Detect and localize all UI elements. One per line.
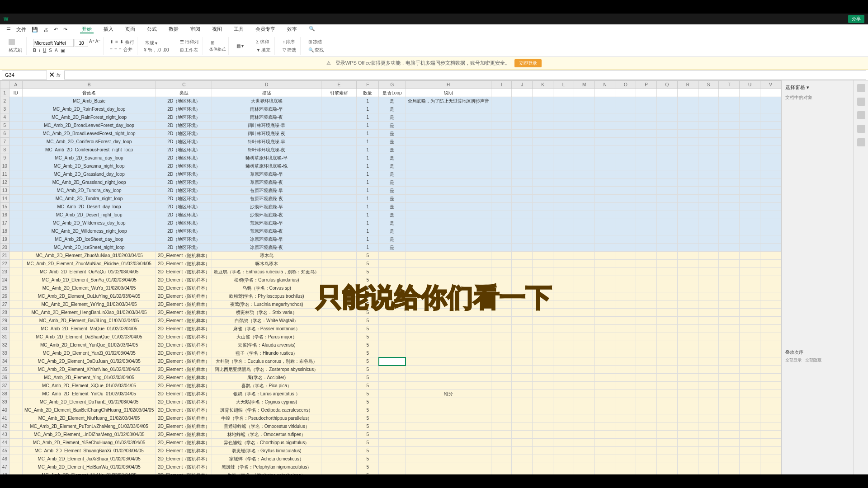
cell-P1[interactable] bbox=[636, 89, 657, 97]
cell-Q32[interactable] bbox=[657, 341, 678, 349]
cell-L42[interactable] bbox=[553, 422, 574, 431]
cell-K43[interactable] bbox=[533, 431, 553, 439]
cell-C7[interactable]: 2D（地区环境） bbox=[156, 138, 212, 146]
cell-A8[interactable] bbox=[9, 146, 22, 154]
cell-P17[interactable] bbox=[636, 219, 657, 227]
cell-C17[interactable]: 2D（地区环境） bbox=[156, 219, 212, 227]
cell-G42[interactable] bbox=[379, 422, 406, 431]
cell-C5[interactable]: 2D（地区环境） bbox=[156, 122, 212, 130]
cell-P19[interactable] bbox=[636, 235, 657, 244]
cell-B17[interactable]: MC_Amb_2D_Wilderness_day_loop bbox=[22, 219, 156, 227]
cell-T4[interactable] bbox=[719, 113, 740, 122]
cell-I28[interactable] bbox=[491, 309, 512, 317]
cell-V5[interactable] bbox=[760, 122, 781, 130]
qat-save-icon[interactable]: 💾 bbox=[30, 27, 40, 33]
cell-B9[interactable]: MC_Amb_2D_Savanna_day_loop bbox=[22, 154, 156, 162]
cell-H12[interactable] bbox=[406, 178, 491, 187]
cell-D43[interactable]: 林地蚱蜢（学名：Omocestus rufipes） bbox=[212, 431, 321, 439]
cell-A17[interactable] bbox=[9, 219, 22, 227]
cell-M30[interactable] bbox=[574, 325, 594, 333]
cell-B1[interactable]: 音效名 bbox=[22, 89, 156, 97]
cell-F24[interactable]: 5 bbox=[357, 276, 379, 284]
cell-K10[interactable] bbox=[533, 162, 553, 170]
cell-E39[interactable] bbox=[321, 398, 357, 406]
cell-N1[interactable] bbox=[594, 89, 615, 97]
cell-H19[interactable] bbox=[406, 235, 491, 244]
cell-S8[interactable] bbox=[698, 146, 719, 154]
cell-O21[interactable] bbox=[615, 252, 636, 260]
cell-D45[interactable]: 双斑蟋(学名：Gryllus bimaculatus) bbox=[212, 447, 321, 455]
cell-L16[interactable] bbox=[553, 211, 574, 219]
cell-N12[interactable] bbox=[594, 178, 615, 187]
cell-G29[interactable] bbox=[379, 317, 406, 325]
cell-Q38[interactable] bbox=[657, 390, 678, 398]
cell-C6[interactable]: 2D（地区环境） bbox=[156, 130, 212, 138]
cell-Q34[interactable] bbox=[657, 357, 678, 366]
cell-E40[interactable] bbox=[321, 406, 357, 414]
col-header-V[interactable]: V bbox=[760, 81, 781, 89]
cell-A37[interactable] bbox=[9, 382, 22, 390]
cell-O36[interactable] bbox=[615, 374, 636, 382]
cell-S2[interactable] bbox=[698, 97, 719, 105]
cell-R2[interactable] bbox=[677, 97, 698, 105]
cell-M18[interactable] bbox=[574, 227, 594, 235]
cell-P18[interactable] bbox=[636, 227, 657, 235]
cell-I23[interactable] bbox=[491, 268, 512, 276]
cell-S32[interactable] bbox=[698, 341, 719, 349]
cell-I45[interactable] bbox=[491, 447, 512, 455]
cell-C21[interactable]: 2D_Element（随机样本） bbox=[156, 252, 212, 260]
cell-K22[interactable] bbox=[533, 260, 553, 268]
cell-H14[interactable] bbox=[406, 195, 491, 203]
cell-V35[interactable] bbox=[760, 366, 781, 374]
cell-D25[interactable]: 乌鸦（学名：Corvus sp) bbox=[212, 284, 321, 292]
cell-I12[interactable] bbox=[491, 178, 512, 187]
cell-F48[interactable]: 5 bbox=[357, 471, 379, 475]
col-header-P[interactable]: P bbox=[636, 81, 657, 89]
cell-M47[interactable] bbox=[574, 463, 594, 471]
cell-Q42[interactable] bbox=[657, 422, 678, 431]
cell-L3[interactable] bbox=[553, 105, 574, 113]
cell-J5[interactable] bbox=[512, 122, 533, 130]
cell-P35[interactable] bbox=[636, 366, 657, 374]
cell-R32[interactable] bbox=[677, 341, 698, 349]
fill-button[interactable]: ▼ 填充 bbox=[255, 47, 272, 54]
cell-B8[interactable]: MC_Amb_2D_ConiferousForest_night_loop bbox=[22, 146, 156, 154]
cell-G35[interactable] bbox=[379, 366, 406, 374]
cell-V34[interactable] bbox=[760, 357, 781, 366]
cell-O48[interactable] bbox=[615, 471, 636, 475]
cell-F9[interactable]: 1 bbox=[357, 154, 379, 162]
cell-T33[interactable] bbox=[719, 349, 740, 357]
cell-Q17[interactable] bbox=[657, 219, 678, 227]
cell-B39[interactable]: MC_Amb_2D_Element_DaTianE_01/02/03/04/05 bbox=[22, 398, 156, 406]
cell-Q16[interactable] bbox=[657, 211, 678, 219]
cell-N42[interactable] bbox=[594, 422, 615, 431]
cell-S43[interactable] bbox=[698, 431, 719, 439]
cell-R12[interactable] bbox=[677, 178, 698, 187]
cell-U34[interactable] bbox=[740, 357, 760, 366]
cell-Q33[interactable] bbox=[657, 349, 678, 357]
font-size-select[interactable] bbox=[75, 39, 88, 47]
cell-H3[interactable] bbox=[406, 105, 491, 113]
cell-J1[interactable] bbox=[512, 89, 533, 97]
cell-D38[interactable]: 银鸥（学名：Larus argentatus ） bbox=[212, 390, 321, 398]
cell-G39[interactable] bbox=[379, 398, 406, 406]
cell-A31[interactable] bbox=[9, 333, 22, 341]
cell-G18[interactable]: 是 bbox=[379, 227, 406, 235]
row-header[interactable]: 13 bbox=[0, 187, 9, 195]
cell-P34[interactable] bbox=[636, 357, 657, 366]
row-header[interactable]: 7 bbox=[0, 138, 9, 146]
cell-M42[interactable] bbox=[574, 422, 594, 431]
cell-S25[interactable] bbox=[698, 284, 719, 292]
cell-S45[interactable] bbox=[698, 447, 719, 455]
cell-R6[interactable] bbox=[677, 130, 698, 138]
cell-M21[interactable] bbox=[574, 252, 594, 260]
cell-B29[interactable]: MC_Amb_2D_Element_BaiJiLing_01/02/03/04/… bbox=[22, 317, 156, 325]
cell-E8[interactable] bbox=[321, 146, 357, 154]
cell-U26[interactable] bbox=[740, 292, 760, 300]
cell-A16[interactable] bbox=[9, 211, 22, 219]
cell-C47[interactable]: 2D_Element（随机样本） bbox=[156, 463, 212, 471]
cell-O38[interactable] bbox=[615, 390, 636, 398]
col-header-H[interactable]: H bbox=[406, 81, 491, 89]
cell-H32[interactable] bbox=[406, 341, 491, 349]
cell-K40[interactable] bbox=[533, 406, 553, 414]
